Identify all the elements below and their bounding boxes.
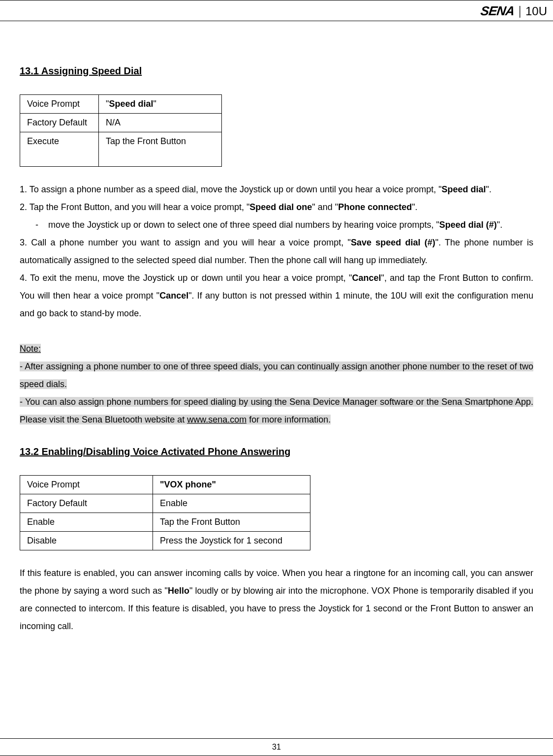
vox-description: If this feature is enabled, you can answ… (20, 564, 533, 635)
step-3: 3. Call a phone number you want to assig… (20, 234, 533, 269)
step-1: 1. To assign a phone number as a speed d… (20, 181, 533, 198)
note-line-2: - You can also assign phone numbers for … (20, 393, 533, 428)
page-number: 31 (272, 743, 281, 751)
step-2: 2. Tap the Front Button, and you will he… (20, 198, 533, 216)
logo-area: SENA | 10U (481, 3, 547, 19)
vox-phone-table: Voice Prompt "VOX phone" Factory Default… (20, 475, 310, 550)
table-row: Voice Prompt "Speed dial" (20, 95, 222, 114)
table-row: Voice Prompt "VOX phone" (20, 476, 310, 494)
speed-dial-table: Voice Prompt "Speed dial" Factory Defaul… (20, 94, 222, 167)
divider-icon: | (518, 3, 522, 19)
brand-logo: SENA (480, 3, 516, 19)
note-title-line: Note: (20, 340, 533, 358)
step-4: 4. To exit the menu, move the Joystick u… (20, 269, 533, 322)
model-label: 10U (525, 4, 547, 18)
header: SENA | 10U (0, 0, 553, 21)
section-13-2: 13.2 Enabling/Disabling Voice Activated … (20, 446, 533, 635)
cell-label: Factory Default (20, 114, 99, 132)
section-title-13-1: 13.1 Assigning Speed Dial (20, 65, 533, 77)
cell-value: Enable (153, 494, 310, 513)
cell-label: Execute (20, 132, 99, 167)
page: SENA | 10U 13.1 Assigning Speed Dial Voi… (0, 0, 553, 756)
bullet-item: - move the Joystick up or down to select… (20, 216, 533, 234)
content: 13.1 Assigning Speed Dial Voice Prompt "… (20, 21, 533, 674)
note-line-1: - After assigning a phone number to one … (20, 358, 533, 393)
cell-value: N/A (99, 114, 222, 132)
note-block: Note: - After assigning a phone number t… (20, 340, 533, 428)
cell-label: Disable (20, 532, 153, 550)
cell-label: Enable (20, 513, 153, 532)
cell-label: Voice Prompt (20, 476, 153, 494)
cell-value: Tap the Front Button (153, 513, 310, 532)
cell-label: Voice Prompt (20, 95, 99, 114)
table-row: Factory Default Enable (20, 494, 310, 513)
cell-value: "VOX phone" (153, 476, 310, 494)
instructions-block: 1. To assign a phone number as a speed d… (20, 181, 533, 322)
cell-value: "Speed dial" (99, 95, 222, 114)
cell-label: Factory Default (20, 494, 153, 513)
footer: 31 (0, 738, 553, 756)
cell-value: Press the Joystick for 1 second (153, 532, 310, 550)
cell-value: Tap the Front Button (99, 132, 222, 167)
table-row: Execute Tap the Front Button (20, 132, 222, 167)
table-row: Enable Tap the Front Button (20, 513, 310, 532)
section-title-13-2: 13.2 Enabling/Disabling Voice Activated … (20, 446, 533, 457)
table-row: Factory Default N/A (20, 114, 222, 132)
table-row: Disable Press the Joystick for 1 second (20, 532, 310, 550)
